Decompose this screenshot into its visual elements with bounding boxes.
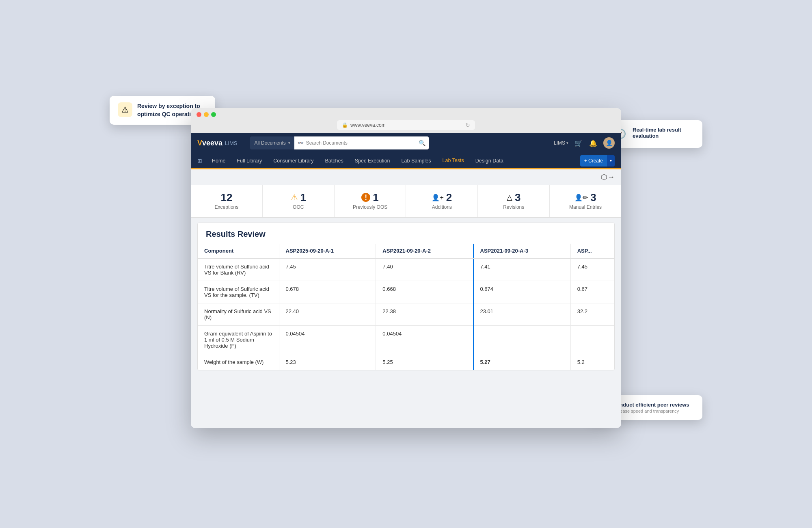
row2-col2: 0.668 xyxy=(376,281,473,303)
results-section: Results Review Component ASP2025-09-20-A… xyxy=(197,223,615,370)
create-button[interactable]: + Create xyxy=(580,155,607,167)
stat-ooc[interactable]: ⚠ 1 OOC xyxy=(263,185,335,217)
row1-col3: 7.41 xyxy=(473,258,571,281)
search-icon[interactable]: 🔍 xyxy=(419,140,425,146)
peer-tooltip-subtitle: Increase speed and transparency xyxy=(613,409,689,413)
stat-manual-entries[interactable]: 👤✏ 3 Manual Entries xyxy=(550,185,621,217)
warning-icon: ⚠ xyxy=(118,102,132,117)
stat-oos-number: 1 xyxy=(373,192,378,203)
search-input-wrap: 👓 🔍 xyxy=(294,136,429,149)
glasses-icon: 👓 xyxy=(298,140,304,146)
nav-item-consumer-library[interactable]: Consumer Library xyxy=(268,153,319,169)
cart-icon[interactable]: 🛒 xyxy=(574,138,583,147)
logo-area: Vveeva LIMS xyxy=(197,139,237,147)
grid-icon[interactable]: ⊞ xyxy=(197,158,202,164)
stat-additions-label: Additions xyxy=(432,204,452,210)
browser-window: 🔒 www.veeva.com ↻ Vveeva LIMS xyxy=(191,108,621,428)
lims-chevron-icon: ▾ xyxy=(566,141,568,145)
stat-previously-oos[interactable]: ! 1 Previously OOS xyxy=(335,185,406,217)
nav-item-batches[interactable]: Batches xyxy=(320,153,349,169)
stats-row: 12 Exceptions ⚠ 1 OOC ! 1 xyxy=(191,185,621,218)
stat-manual-label: Manual Entries xyxy=(569,204,602,210)
create-dropdown-button[interactable]: ▾ xyxy=(607,155,615,167)
row2-col4: 0.67 xyxy=(570,281,614,303)
logo-veeva: Vveeva xyxy=(197,139,222,147)
row1-col2: 7.40 xyxy=(376,258,473,281)
stat-exceptions-number: 12 xyxy=(220,192,232,203)
row2-component: Titre volume of Sulfuric acid VS for the… xyxy=(198,281,279,303)
stat-revisions-label: Revisions xyxy=(503,204,524,210)
main-content: ⬡→ 12 Exceptions ⚠ 1 OOC xyxy=(191,168,621,428)
nav-item-home[interactable]: Home xyxy=(206,153,231,169)
row3-col1: 22.40 xyxy=(279,303,376,326)
nav-item-lab-samples[interactable]: Lab Samples xyxy=(396,153,437,169)
stat-ooc-label: OOC xyxy=(293,204,304,210)
results-review-title: Results Review xyxy=(198,223,614,244)
row4-component: Gram equivalent of Aspirin to 1 ml of 0.… xyxy=(198,326,279,354)
url-text: www.veeva.com xyxy=(350,122,386,128)
stat-additions[interactable]: 👤+ 2 Additions xyxy=(406,185,478,217)
refresh-icon[interactable]: ↻ xyxy=(465,122,470,128)
row5-col3: 5.27 xyxy=(473,354,571,370)
col-header-2: ASP2021-09-20-A-2 xyxy=(376,244,473,258)
exclaim-icon: ! xyxy=(361,193,370,202)
row5-col4: 5.2 xyxy=(570,354,614,370)
realtime-tooltip-title: Real-time lab result evaluation xyxy=(633,127,694,139)
avatar[interactable]: 👤 xyxy=(603,137,615,149)
row2-col1: 0.678 xyxy=(279,281,376,303)
dot-green xyxy=(211,112,216,117)
dot-red xyxy=(197,112,201,117)
col-header-1: ASP2025-09-20-A-1 xyxy=(279,244,376,258)
row4-col1: 0.04504 xyxy=(279,326,376,354)
row3-col3: 23.01 xyxy=(473,303,571,326)
create-button-group: + Create ▾ xyxy=(580,155,615,167)
pencil-person-icon: 👤✏ xyxy=(574,194,588,201)
export-row: ⬡→ xyxy=(191,169,621,185)
stat-oos-label: Previously OOS xyxy=(353,204,387,210)
row4-col3 xyxy=(473,326,571,354)
search-input[interactable] xyxy=(306,140,417,146)
nav-item-spec-execution[interactable]: Spec Execution xyxy=(349,153,396,169)
stat-ooc-icon-num: ⚠ 1 xyxy=(291,192,306,203)
row4-col4 xyxy=(570,326,614,354)
lims-menu[interactable]: LIMS ▾ xyxy=(554,140,568,146)
row3-component: Normality of Sulfuric acid VS (N) xyxy=(198,303,279,326)
table-row: Weight of the sample (W) 5.23 5.25 5.27 … xyxy=(198,354,614,370)
stat-additions-icon-num: 👤+ 2 xyxy=(432,192,452,203)
browser-chrome: 🔒 www.veeva.com ↻ xyxy=(191,108,621,133)
nav-item-design-data[interactable]: Design Data xyxy=(470,153,509,169)
stat-ooc-number: 1 xyxy=(300,192,306,203)
nav-item-lab-tests[interactable]: Lab Tests xyxy=(437,153,470,169)
bell-icon[interactable]: 🔔 xyxy=(589,138,598,147)
row4-col2: 0.04504 xyxy=(376,326,473,354)
app-header: Vveeva LIMS All Documents ▾ 👓 🔍 xyxy=(191,133,621,153)
nav-item-full-library[interactable]: Full Library xyxy=(231,153,268,169)
stat-exceptions[interactable]: 12 Exceptions xyxy=(191,185,263,217)
stat-exceptions-label: Exceptions xyxy=(215,204,239,210)
logo-lims: LIMS xyxy=(225,140,237,146)
row1-col1: 7.45 xyxy=(279,258,376,281)
row5-col1: 5.23 xyxy=(279,354,376,370)
lock-icon: 🔒 xyxy=(342,122,348,128)
col-header-component: Component xyxy=(198,244,279,258)
results-table: Component ASP2025-09-20-A-1 ASP2021-09-2… xyxy=(198,244,614,370)
header-right: LIMS ▾ 🛒 🔔 👤 xyxy=(554,137,615,149)
url-bar[interactable]: 🔒 www.veeva.com ↻ xyxy=(337,120,475,130)
export-button[interactable]: ⬡→ xyxy=(601,173,615,182)
warn-icon: ⚠ xyxy=(291,193,298,202)
stat-oos-icon-num: ! 1 xyxy=(361,192,378,203)
browser-dots xyxy=(197,112,615,117)
stat-revisions-icon-num: △ 3 xyxy=(507,192,520,203)
col-header-4: ASP... xyxy=(570,244,614,258)
table-row: Titre volume of Sulfuric acid VS for the… xyxy=(198,281,614,303)
table-row: Normality of Sulfuric acid VS (N) 22.40 … xyxy=(198,303,614,326)
row3-col2: 22.38 xyxy=(376,303,473,326)
peer-tooltip-title: Conduct efficient peer reviews xyxy=(613,402,689,408)
search-area: All Documents ▾ 👓 🔍 xyxy=(250,136,429,149)
stat-manual-icon-num: 👤✏ 3 xyxy=(574,192,596,203)
triangle-icon: △ xyxy=(507,193,512,202)
search-dropdown[interactable]: All Documents ▾ xyxy=(250,136,294,149)
stat-revisions[interactable]: △ 3 Revisions xyxy=(478,185,550,217)
row5-component: Weight of the sample (W) xyxy=(198,354,279,370)
stat-additions-number: 2 xyxy=(446,192,452,203)
